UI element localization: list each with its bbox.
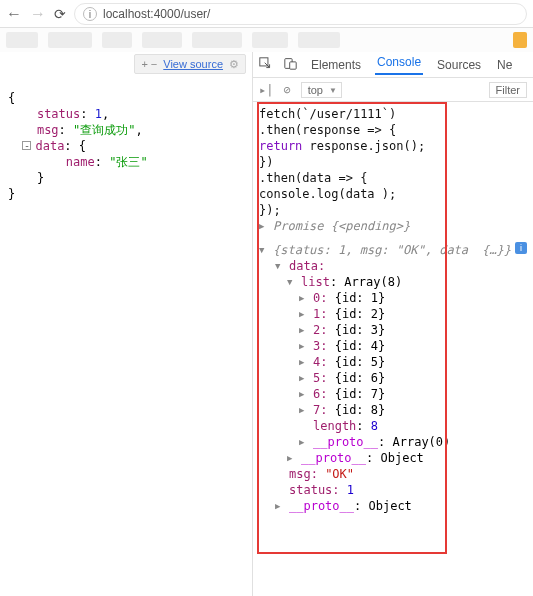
expand-icon[interactable] <box>299 386 309 402</box>
device-icon[interactable] <box>284 57 297 73</box>
gear-icon[interactable]: ⚙ <box>229 56 239 72</box>
promise-line[interactable]: Promise {<pending>} <box>259 218 527 234</box>
json-key: data <box>35 139 64 153</box>
expand-icon[interactable] <box>299 402 309 418</box>
devtools-tabs: Elements Console Sources Ne <box>253 52 533 78</box>
expand-icon[interactable] <box>299 370 309 386</box>
collapse-toggle-icon[interactable]: + − <box>141 56 157 72</box>
expand-icon[interactable] <box>275 498 285 514</box>
tab-more[interactable]: Ne <box>495 58 514 72</box>
view-source-pill[interactable]: + − View source ⚙ <box>134 54 246 74</box>
browser-toolbar: ← → ⟳ i localhost:4000/user/ <box>0 0 533 28</box>
msg-prop: msg: "OK" <box>259 466 527 482</box>
tab-sources[interactable]: Sources <box>435 58 483 72</box>
response-object[interactable]: {status: 1, msg: "OK", data {…}} i <box>259 242 527 258</box>
array-item[interactable]: 6: {id: 7} <box>259 386 527 402</box>
expand-icon[interactable] <box>299 322 309 338</box>
reload-button[interactable]: ⟳ <box>54 6 66 22</box>
array-item[interactable]: 1: {id: 2} <box>259 306 527 322</box>
bookmark-bar <box>0 28 533 52</box>
array-item[interactable]: 0: {id: 1} <box>259 290 527 306</box>
expand-icon[interactable] <box>275 258 285 274</box>
forward-button[interactable]: → <box>30 6 46 22</box>
array-item[interactable]: 3: {id: 4} <box>259 338 527 354</box>
inspect-icon[interactable] <box>259 57 272 73</box>
address-text: localhost:4000/user/ <box>103 7 210 21</box>
expand-icon[interactable] <box>287 450 297 466</box>
context-select[interactable]: top <box>301 82 342 98</box>
info-icon[interactable]: i <box>515 242 527 254</box>
json-key: name <box>66 155 95 169</box>
json-string: "张三" <box>109 155 147 169</box>
json-key: status <box>37 107 80 121</box>
length-prop: length: 8 <box>259 418 527 434</box>
expand-icon[interactable] <box>299 434 309 450</box>
console-body[interactable]: fetch(`/user/1111`) .then(response => { … <box>253 102 533 596</box>
status-prop: status: 1 <box>259 482 527 498</box>
clear-console-icon[interactable]: ⊘ <box>283 83 290 97</box>
filter-input[interactable]: Filter <box>489 82 527 98</box>
json-num: 1 <box>95 107 102 121</box>
expand-icon[interactable] <box>299 306 309 322</box>
array-item[interactable]: 2: {id: 3} <box>259 322 527 338</box>
array-item[interactable]: 5: {id: 6} <box>259 370 527 386</box>
tab-console[interactable]: Console <box>375 55 423 75</box>
collapse-icon[interactable]: - <box>22 141 31 150</box>
view-source-link[interactable]: View source <box>163 56 223 72</box>
array-item[interactable]: 7: {id: 8} <box>259 402 527 418</box>
json-key: msg <box>37 123 59 137</box>
expand-icon[interactable] <box>299 290 309 306</box>
expand-icon[interactable] <box>287 274 297 290</box>
expand-icon[interactable] <box>299 354 309 370</box>
console-input-code: fetch(`/user/1111`) .then(response => { … <box>259 106 527 218</box>
site-info-icon[interactable]: i <box>83 7 97 21</box>
svg-rect-2 <box>290 61 297 68</box>
main-area: + − View source ⚙ { status: 1, msg: "查询成… <box>0 52 533 596</box>
list-node[interactable]: list: Array(8) <box>259 274 527 290</box>
address-bar[interactable]: i localhost:4000/user/ <box>74 3 527 25</box>
expand-icon[interactable] <box>259 218 269 234</box>
expand-icon[interactable] <box>259 242 269 258</box>
json-response-pane: + − View source ⚙ { status: 1, msg: "查询成… <box>0 52 252 596</box>
console-toolbar: ▸| ⊘ top Filter <box>253 78 533 102</box>
data-node[interactable]: data: <box>259 258 527 274</box>
sidebar-toggle-icon[interactable]: ▸| <box>259 83 273 97</box>
proto-node[interactable]: __proto__: Object <box>259 498 527 514</box>
json-string: "查询成功" <box>73 123 135 137</box>
proto-node[interactable]: __proto__: Array(0) <box>259 434 527 450</box>
expand-icon[interactable] <box>299 338 309 354</box>
proto-node[interactable]: __proto__: Object <box>259 450 527 466</box>
array-item[interactable]: 4: {id: 5} <box>259 354 527 370</box>
devtools-panel: Elements Console Sources Ne ▸| ⊘ top Fil… <box>252 52 533 596</box>
back-button[interactable]: ← <box>6 6 22 22</box>
tab-elements[interactable]: Elements <box>309 58 363 72</box>
